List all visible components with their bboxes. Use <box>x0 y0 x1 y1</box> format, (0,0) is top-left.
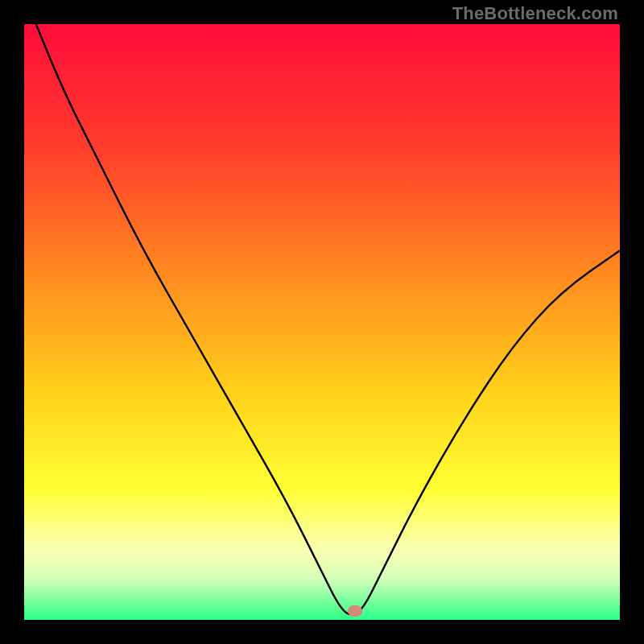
plot-area <box>24 24 620 620</box>
bottleneck-curve <box>36 24 620 615</box>
curve-layer <box>24 24 620 620</box>
chart-frame: TheBottleneck.com <box>0 0 644 644</box>
watermark-label: TheBottleneck.com <box>452 3 618 24</box>
optimal-point-marker <box>348 605 362 617</box>
